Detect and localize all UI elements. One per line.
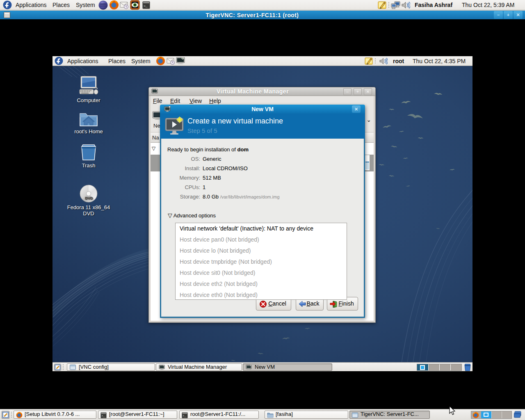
svg-text:DVD: DVD <box>85 196 93 200</box>
svg-text:>_: >_ <box>183 415 186 418</box>
svg-text:>_: >_ <box>144 4 148 8</box>
svg-text:>_: >_ <box>101 415 105 418</box>
